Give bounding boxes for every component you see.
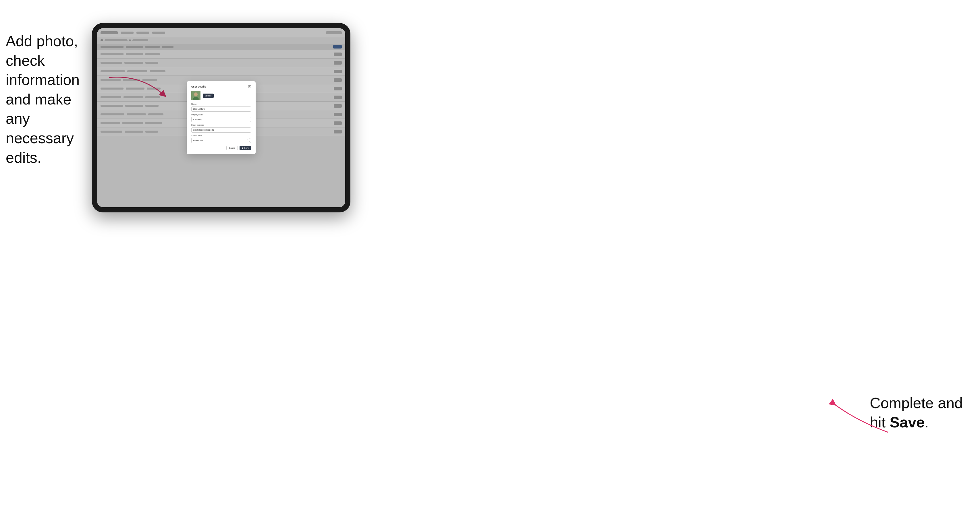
- name-field-group: Name: [191, 103, 251, 112]
- name-label: Name: [191, 103, 251, 105]
- avatar-image: [191, 91, 200, 100]
- annotation-left: Add photo, check information and make an…: [6, 32, 98, 167]
- email-field-group: Email address: [191, 124, 251, 133]
- modal-overlay: User details × Upload: [97, 28, 345, 207]
- display-name-input[interactable]: [191, 117, 251, 122]
- upload-photo-button[interactable]: Upload: [203, 94, 214, 98]
- user-details-modal: User details × Upload: [187, 81, 256, 154]
- email-input[interactable]: [191, 127, 251, 133]
- school-year-controls: × ⌃⌄: [247, 138, 250, 142]
- modal-header: User details ×: [191, 85, 251, 88]
- modal-title: User details: [191, 85, 206, 88]
- school-year-label: School Year: [191, 135, 251, 137]
- annotation-right: Complete and hit Save.: [870, 394, 963, 432]
- save-label: Save: [244, 147, 249, 149]
- cancel-button[interactable]: Cancel: [226, 146, 238, 150]
- modal-close-button[interactable]: ×: [248, 85, 251, 88]
- school-year-input[interactable]: [191, 138, 251, 143]
- avatar-photo: [191, 91, 200, 100]
- school-year-wrapper: × ⌃⌄: [191, 137, 251, 143]
- save-icon: ⬆: [242, 147, 243, 149]
- display-name-label: Display name: [191, 114, 251, 116]
- email-label: Email address: [191, 124, 251, 126]
- svg-point-1: [194, 92, 197, 97]
- display-name-field-group: Display name: [191, 114, 251, 122]
- tablet-screen: User details × Upload: [97, 28, 345, 207]
- expand-school-year-button[interactable]: ⌃⌄: [249, 138, 250, 142]
- tablet-frame: User details × Upload: [92, 23, 350, 213]
- name-input[interactable]: [191, 106, 251, 112]
- modal-footer: Cancel ⬆ Save: [191, 146, 251, 150]
- avatar-section: Upload: [191, 91, 251, 100]
- save-button[interactable]: ⬆ Save: [240, 146, 251, 150]
- school-year-field-group: School Year × ⌃⌄: [191, 135, 251, 143]
- clear-school-year-button[interactable]: ×: [247, 139, 248, 141]
